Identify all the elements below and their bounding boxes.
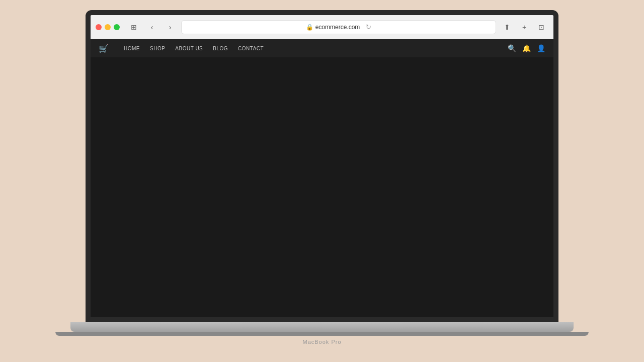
- lock-icon: 🔒: [306, 24, 313, 31]
- tab-overview-button[interactable]: ⊞: [127, 20, 141, 34]
- nav-shop[interactable]: SHOP: [150, 46, 165, 51]
- macbook-label: MacBook Pro: [302, 339, 341, 345]
- macbook-frame: ⊞ ‹ › 🔒 ecommerce.com ↻ ⬆ + ⊡ 🛒 HOME SHO…: [45, 10, 599, 352]
- macbook-base: [70, 322, 574, 332]
- back-button[interactable]: ‹: [145, 20, 159, 34]
- add-tab-button[interactable]: +: [517, 20, 531, 34]
- nav-home[interactable]: HOME: [124, 46, 140, 51]
- search-icon[interactable]: 🔍: [508, 44, 516, 52]
- nav-blog[interactable]: BLOG: [213, 46, 228, 51]
- nav-contact[interactable]: CONTACT: [238, 46, 264, 51]
- share-button[interactable]: ⬆: [500, 20, 514, 34]
- address-bar[interactable]: 🔒 ecommerce.com ↻: [181, 20, 496, 34]
- site-logo: 🛒: [99, 44, 109, 53]
- traffic-lights: [96, 24, 120, 30]
- refresh-icon: ↻: [366, 23, 371, 31]
- close-traffic-light[interactable]: [96, 24, 102, 30]
- minimize-traffic-light[interactable]: [105, 24, 111, 30]
- extensions-button[interactable]: ⊡: [534, 20, 548, 34]
- user-icon[interactable]: 👤: [537, 44, 545, 52]
- maximize-traffic-light[interactable]: [114, 24, 120, 30]
- bell-icon[interactable]: 🔔: [522, 44, 531, 52]
- site-navbar: 🛒 HOME SHOP ABOUT US BLOG CONTACT 🔍 🔔 👤: [91, 39, 553, 57]
- macbook-base-bottom: [55, 332, 589, 336]
- nav-icons: 🔍 🔔 👤: [508, 44, 545, 52]
- browser-chrome: ⊞ ‹ › 🔒 ecommerce.com ↻ ⬆ + ⊡: [91, 15, 553, 39]
- screen: ⊞ ‹ › 🔒 ecommerce.com ↻ ⬆ + ⊡ 🛒 HOME SHO…: [86, 10, 558, 322]
- nav-about[interactable]: ABOUT US: [175, 46, 203, 51]
- url-text: ecommerce.com: [315, 24, 360, 31]
- browser-actions: ⬆ + ⊡: [500, 20, 548, 34]
- forward-button[interactable]: ›: [163, 20, 177, 34]
